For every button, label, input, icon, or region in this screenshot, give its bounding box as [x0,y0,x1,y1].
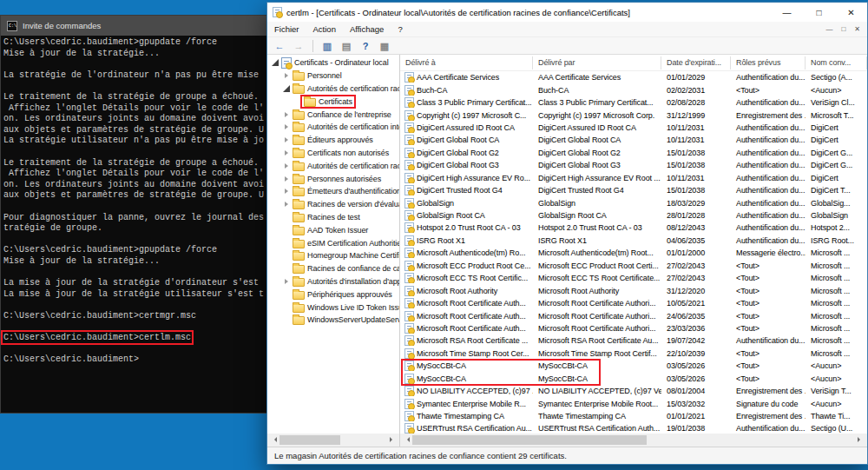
close-button[interactable]: ✕ [835,3,867,22]
tree-node[interactable]: Autorités d'installation d'app... [291,276,400,287]
tree-node[interactable]: Windows Live ID Token Issuer [291,302,400,313]
scrollbar-thumb[interactable] [412,435,647,445]
properties-icon[interactable]: ▤ [338,38,355,54]
column-header[interactable]: Délivré par [533,56,661,70]
tree-item[interactable]: Personnel [267,70,399,83]
menu-fichier[interactable]: Fichier [267,23,306,36]
table-row[interactable]: ISRG Root X1ISRG Root X104/06/2035Authen… [400,235,867,247]
table-row[interactable]: Microsoft RSA Root Certificate ...Micros… [400,334,867,347]
table-row[interactable]: Hotspot 2.0 Trust Root CA - 03Hotspot 2.… [400,222,867,234]
tree-item[interactable]: eSIM Certification Authorities [267,236,399,249]
table-row[interactable]: Microsoft Root Certificate Auth...Micros… [400,309,867,321]
column-header[interactable]: Nom conv... [806,56,867,70]
table-row[interactable]: DigiCert Assured ID Root CADigiCert Assu… [400,122,867,134]
scrollbar-thumb[interactable] [279,435,340,445]
expanded-chevron-icon[interactable] [281,85,291,92]
tree-horizontal-scrollbar[interactable] [267,434,399,447]
column-header[interactable]: Rôles prévus [731,56,806,70]
minimize-button[interactable]: — [771,3,803,22]
maximize-button[interactable]: □ [803,3,835,22]
table-row[interactable]: AAA Certificate ServicesAAA Certificate … [400,71,867,83]
console-close-button[interactable]: ✕ [854,25,860,33]
table-row[interactable]: DigiCert Global Root G3DigiCert Global R… [400,159,867,171]
tree-item[interactable]: Certificats [267,95,399,108]
tree-node[interactable]: eSIM Certification Authorities [291,238,400,248]
tree-item[interactable]: Racines de version d'évaluati... [267,198,399,211]
forward-icon[interactable]: → [290,38,307,54]
tree-item[interactable]: Périphériques approuvés [267,288,399,301]
table-row[interactable]: MySocCBt-CAMySocCBt-CA03/05/2026<Tout><A… [400,373,867,385]
tree-item[interactable]: WindowsServerUpdateServic... [267,314,399,327]
collapsed-chevron-icon[interactable] [281,202,291,207]
collapsed-chevron-icon[interactable] [281,176,291,182]
tree-node[interactable]: Autorités de certification raci... [291,161,400,171]
console-restore-button[interactable]: □ [841,25,845,33]
tree-item[interactable]: Confiance de l'entreprise [267,108,399,121]
table-row[interactable]: Thawte Timestamping CAThawte Timestampin… [400,410,867,422]
menu-affichage[interactable]: Affichage [343,23,391,36]
title-bar[interactable]: certlm - [Certificats - Ordinateur local… [267,3,867,22]
table-row[interactable]: Microsoft ECC TS Root Certific...Microso… [400,272,867,284]
table-row[interactable]: Microsoft Root Certificate Auth...Micros… [400,322,867,334]
tree-item[interactable]: Certificats non autorisés [267,147,399,160]
table-row[interactable]: Microsoft Time Stamp Root Cer...Microsof… [400,348,867,360]
tree-node[interactable]: Confiance de l'entreprise [291,109,393,120]
table-row[interactable]: Microsoft Root AuthorityMicrosoft Root A… [400,284,867,296]
table-row[interactable]: Copyright (c) 1997 Microsoft C...Copyrig… [400,109,867,121]
tree-node[interactable]: Émetteurs d'authentification ... [291,186,400,196]
tree-item[interactable]: Windows Live ID Token Issuer [267,301,399,314]
table-row[interactable]: GlobalSign Root CAGlobalSign Root CA28/0… [400,209,867,222]
collapsed-chevron-icon[interactable] [281,163,291,169]
tree-item[interactable]: Personnes autorisées [267,172,399,185]
table-row[interactable]: MySocCBt-CAMySocCBt-CA03/05/2026<Tout><A… [400,360,867,372]
table-row[interactable]: NO LIABILITY ACCEPTED, (c)97 ...NO LIABI… [400,385,867,397]
tree-item[interactable]: Autorités d'installation d'app... [267,275,399,288]
back-icon[interactable]: ← [271,38,288,54]
table-row[interactable]: Microsoft Authenticode(tm) Ro...Microsof… [400,247,867,259]
tree-node[interactable]: Personnel [291,70,344,81]
table-row[interactable]: DigiCert Trusted Root G4DigiCert Trusted… [400,184,867,196]
tree-node[interactable]: Homegroup Machine Certific... [291,250,400,261]
export-list-icon[interactable]: ▦ [376,38,393,54]
tree-node[interactable]: Périphériques approuvés [291,289,394,300]
tree-item[interactable]: Racines de test [267,211,399,224]
table-row[interactable]: Microsoft Root Certificate Auth...Micros… [400,297,867,309]
console-minimize-button[interactable]: — [825,25,832,33]
tree-item[interactable]: Homegroup Machine Certific... [267,249,399,262]
table-row[interactable]: GlobalSignGlobalSign18/03/2029Authentifi… [400,196,867,209]
column-header[interactable]: Date d'expirati... [661,56,731,70]
tree-node[interactable]: AAD Token Issuer [291,225,370,235]
show-console-tree-icon[interactable]: ▥ [319,38,336,54]
tree-node[interactable]: WindowsServerUpdateServic... [291,314,400,325]
table-row[interactable]: DigiCert High Assurance EV Ro...DigiCert… [400,172,867,184]
tree-node[interactable]: Autorités de certification raci... [291,83,400,94]
list-horizontal-scrollbar[interactable] [400,434,867,447]
table-row[interactable]: DigiCert Global Root CADigiCert Global R… [400,134,867,146]
collapsed-chevron-icon[interactable] [281,112,291,117]
table-row[interactable]: DigiCert Global Root G2DigiCert Global R… [400,147,867,159]
tree-item[interactable]: Autorités de certification raci... [267,83,399,96]
menu-action[interactable]: Action [306,23,343,36]
tree-item[interactable]: Émetteurs d'authentification ... [267,185,399,198]
tree-item[interactable]: AAD Token Issuer [267,223,399,236]
expanded-chevron-icon[interactable] [270,59,279,66]
tree-node[interactable]: Certificats non autorisés [291,148,391,158]
tree-node[interactable]: Racines de test [291,212,362,222]
tree-node[interactable]: Certificats - Ordinateur local [279,57,391,69]
tree-item[interactable]: Autorités de certification inte... [267,121,399,134]
menu-?[interactable]: ? [391,23,409,36]
table-row[interactable]: Microsoft ECC Product Root Ce...Microsof… [400,260,867,272]
tree-node[interactable]: Racines de version d'évaluati... [291,199,400,209]
tree-item[interactable]: Racines de confiance de carte... [267,262,399,275]
table-row[interactable]: Symantec Enterprise Mobile R...Symantec … [400,397,867,409]
column-header[interactable]: Délivré à [400,56,533,70]
collapsed-chevron-icon[interactable] [281,73,291,78]
tree-item[interactable]: Certificats - Ordinateur local [267,56,399,70]
collapsed-chevron-icon[interactable] [281,124,291,129]
help-icon[interactable]: ? [357,38,374,54]
tree-node[interactable]: Autorités de certification inte... [291,122,400,132]
tree-item[interactable]: Autorités de certification raci... [267,159,399,172]
tree-node[interactable]: Éditeurs approuvés [291,135,375,145]
collapsed-chevron-icon[interactable] [281,279,291,284]
tree-node[interactable]: Certificats [302,96,354,107]
